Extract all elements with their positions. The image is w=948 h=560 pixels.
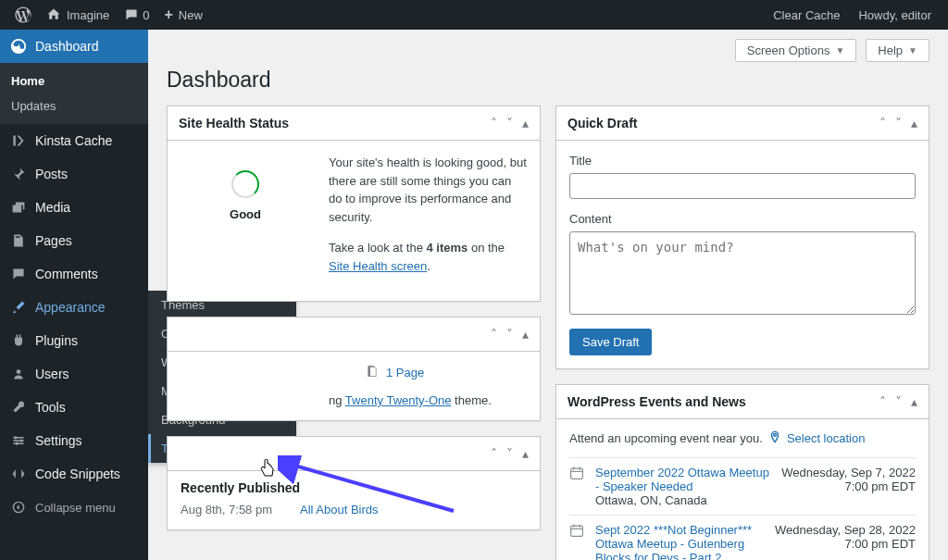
sliders-icon bbox=[9, 431, 28, 450]
menu-label: Dashboard bbox=[35, 39, 99, 54]
qd-title-label: Title bbox=[569, 154, 916, 168]
health-text-1: Your site's health is looking good, but … bbox=[329, 154, 527, 226]
site-home[interactable]: Imagine bbox=[39, 0, 117, 30]
toggle-icon[interactable]: ▴ bbox=[911, 394, 917, 409]
svg-point-5 bbox=[773, 434, 776, 437]
caret-down-icon: ▼ bbox=[835, 45, 844, 56]
sidebar-item-dashboard[interactable]: Dashboard bbox=[0, 30, 148, 63]
move-up-icon[interactable]: ˄ bbox=[879, 116, 886, 131]
svg-point-3 bbox=[16, 442, 19, 445]
sidebar-item-media[interactable]: Media bbox=[0, 191, 148, 224]
sidebar-item-comments[interactable]: Comments bbox=[0, 257, 148, 291]
dashboard-submenu: Home Updates bbox=[0, 63, 148, 124]
qd-content-label: Content bbox=[569, 212, 916, 226]
sidebar-item-pages[interactable]: Pages bbox=[0, 224, 148, 257]
comments-count: 0 bbox=[143, 8, 149, 22]
move-down-icon[interactable]: ˅ bbox=[506, 327, 513, 342]
screen-options-label: Screen Options bbox=[747, 44, 830, 57]
event-time: 7:00 pm EDT bbox=[775, 537, 916, 551]
activity-box: ˄ ˅ ▴ Recently Published Aug 8th, 7:58 p… bbox=[167, 436, 541, 530]
sidebar-item-users[interactable]: Users bbox=[0, 357, 148, 391]
move-up-icon[interactable]: ˄ bbox=[491, 446, 497, 461]
toggle-icon[interactable]: ▴ bbox=[522, 116, 529, 131]
save-draft-button[interactable]: Save Draft bbox=[569, 329, 652, 355]
page-title: Dashboard bbox=[167, 68, 929, 93]
svg-point-1 bbox=[14, 436, 17, 439]
site-health-link[interactable]: Site Health screen bbox=[329, 259, 427, 273]
howdy-link[interactable]: Howdy, editor bbox=[849, 8, 941, 22]
box-title bbox=[179, 327, 182, 342]
health-status-label: Good bbox=[181, 207, 310, 221]
event-date: Wednesday, Sep 28, 2022 bbox=[775, 523, 916, 537]
svg-rect-6 bbox=[571, 468, 583, 479]
qd-title-input[interactable] bbox=[569, 173, 916, 199]
sidebar-item-kinsta-cache[interactable]: Kinsta Cache bbox=[0, 124, 148, 157]
activity-post-link[interactable]: All About Birds bbox=[300, 503, 379, 516]
event-time: 7:00 pm EDT bbox=[781, 479, 916, 493]
pages-count-label: 1 Page bbox=[386, 366, 424, 380]
move-down-icon[interactable]: ˅ bbox=[895, 394, 902, 409]
menu-label: Posts bbox=[35, 167, 68, 181]
pin-icon bbox=[9, 165, 28, 183]
clear-cache-link[interactable]: Clear Cache bbox=[764, 8, 849, 22]
move-down-icon[interactable]: ˅ bbox=[895, 116, 902, 131]
code-icon bbox=[9, 465, 28, 483]
theme-info: ng Twenty Twenty-One theme. bbox=[181, 393, 527, 407]
sidebar-item-code-snippets[interactable]: Code Snippets bbox=[0, 457, 148, 491]
help-button[interactable]: Help ▼ bbox=[866, 39, 929, 62]
sidebar-item-settings[interactable]: Settings bbox=[0, 424, 148, 457]
pages-count-link[interactable]: 1 Page bbox=[181, 365, 527, 380]
users-icon bbox=[9, 365, 28, 383]
comments-link[interactable]: 0 bbox=[117, 0, 156, 30]
plug-icon bbox=[9, 331, 28, 350]
svg-rect-7 bbox=[571, 526, 583, 536]
move-up-icon[interactable]: ˄ bbox=[491, 116, 497, 131]
dashboard-icon bbox=[9, 37, 28, 56]
event-title-link[interactable]: Sept 2022 ***Not Beginner*** Ottawa Meet… bbox=[595, 523, 752, 560]
new-content[interactable]: + New bbox=[156, 0, 209, 30]
box-title: Quick Draft bbox=[568, 116, 637, 131]
collapse-icon bbox=[9, 498, 28, 516]
collapse-menu[interactable]: Collapse menu bbox=[0, 491, 148, 524]
move-up-icon[interactable]: ˄ bbox=[491, 327, 497, 342]
admin-sidebar: Dashboard Home Updates Kinsta Cache Post… bbox=[0, 30, 148, 560]
qd-content-textarea[interactable] bbox=[569, 231, 916, 315]
menu-label: Appearance bbox=[35, 300, 106, 315]
location-pin-icon bbox=[768, 430, 781, 446]
menu-label: Comments bbox=[35, 267, 98, 281]
sub-item-home[interactable]: Home bbox=[0, 68, 148, 93]
select-location-link[interactable]: Select location bbox=[787, 431, 866, 445]
activity-date: Aug 8th, 7:58 pm bbox=[181, 503, 272, 516]
site-health-box: Site Health Status ˄ ˅ ▴ Good bbox=[167, 106, 541, 302]
move-up-icon[interactable]: ˄ bbox=[879, 394, 886, 409]
theme-link[interactable]: Twenty Twenty-One bbox=[345, 393, 452, 407]
menu-label: Code Snippets bbox=[35, 467, 120, 481]
move-down-icon[interactable]: ˅ bbox=[506, 446, 513, 461]
menu-label: Tools bbox=[35, 400, 66, 415]
sidebar-item-posts[interactable]: Posts bbox=[0, 157, 148, 191]
wp-logo[interactable] bbox=[7, 0, 39, 30]
new-label: New bbox=[179, 8, 203, 22]
sidebar-item-plugins[interactable]: Plugins bbox=[0, 324, 148, 357]
pages-icon bbox=[9, 231, 28, 250]
menu-label: Media bbox=[35, 200, 70, 215]
at-a-glance-box: ˄ ˅ ▴ 1 Page ng Twenty Twenty-One theme. bbox=[167, 317, 541, 421]
toggle-icon[interactable]: ▴ bbox=[522, 446, 529, 461]
move-down-icon[interactable]: ˅ bbox=[506, 116, 513, 131]
sub-item-updates[interactable]: Updates bbox=[0, 93, 148, 118]
content-area: Screen Options ▼ Help ▼ Dashboard Site H… bbox=[148, 30, 948, 560]
menu-label: Settings bbox=[35, 433, 82, 448]
menu-label: Kinsta Cache bbox=[35, 133, 112, 148]
wrench-icon bbox=[9, 398, 28, 417]
svg-point-0 bbox=[17, 369, 21, 374]
kinsta-icon bbox=[9, 131, 28, 150]
toggle-icon[interactable]: ▴ bbox=[522, 327, 529, 342]
site-name: Imagine bbox=[67, 8, 109, 22]
event-row: September 2022 Ottawa Meetup - Speaker N… bbox=[569, 457, 916, 515]
sidebar-item-appearance[interactable]: Appearance bbox=[0, 291, 148, 324]
quick-draft-box: Quick Draft ˄ ˅ ▴ Title Content Save Dra… bbox=[555, 106, 929, 369]
toggle-icon[interactable]: ▴ bbox=[911, 116, 917, 131]
sidebar-item-tools[interactable]: Tools bbox=[0, 391, 148, 424]
event-title-link[interactable]: September 2022 Ottawa Meetup - Speaker N… bbox=[595, 466, 769, 493]
screen-options-button[interactable]: Screen Options ▼ bbox=[735, 39, 857, 62]
